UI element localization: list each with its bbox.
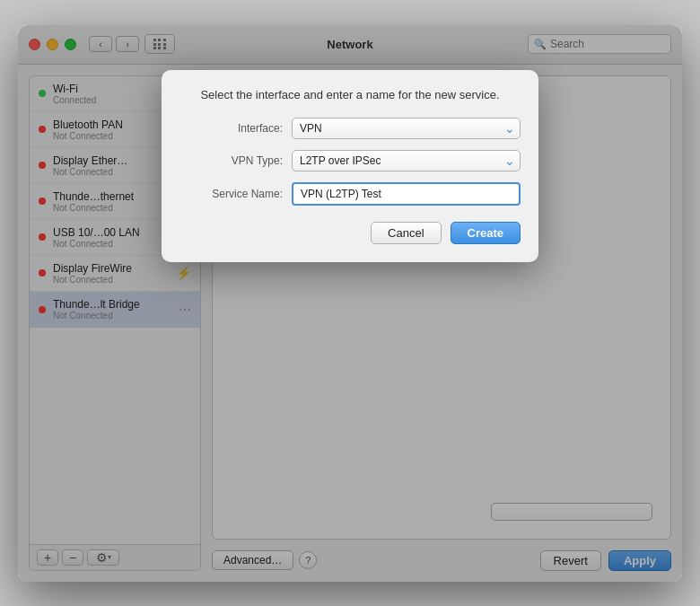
network-window: ‹ › Network 🔍 Wi-Fi Connect (18, 25, 682, 582)
interface-select-wrap: VPN Wi-Fi Ethernet Bluetooth PAN ⌄ (292, 118, 521, 139)
vpn-type-row: VPN Type: L2TP over IPSec PPTP Cisco IPS… (179, 150, 521, 171)
modal-overlay: Select the interface and enter a name fo… (18, 25, 682, 582)
vpn-type-select-wrap: L2TP over IPSec PPTP Cisco IPSec IKEv2 ⌄ (292, 150, 521, 171)
service-name-label: Service Name: (179, 188, 283, 200)
interface-row: Interface: VPN Wi-Fi Ethernet Bluetooth … (179, 118, 521, 139)
interface-label: Interface: (179, 122, 283, 135)
vpn-type-label: VPN Type: (179, 154, 283, 167)
create-button[interactable]: Create (451, 222, 521, 244)
service-name-input[interactable] (292, 182, 521, 206)
service-name-row: Service Name: (179, 182, 521, 206)
modal-instruction: Select the interface and enter a name fo… (179, 88, 521, 101)
modal-buttons: Cancel Create (179, 222, 521, 244)
vpn-type-select[interactable]: L2TP over IPSec PPTP Cisco IPSec IKEv2 (292, 150, 521, 171)
interface-select[interactable]: VPN Wi-Fi Ethernet Bluetooth PAN (292, 118, 521, 139)
cancel-button[interactable]: Cancel (371, 222, 441, 244)
new-service-modal: Select the interface and enter a name fo… (162, 70, 538, 262)
